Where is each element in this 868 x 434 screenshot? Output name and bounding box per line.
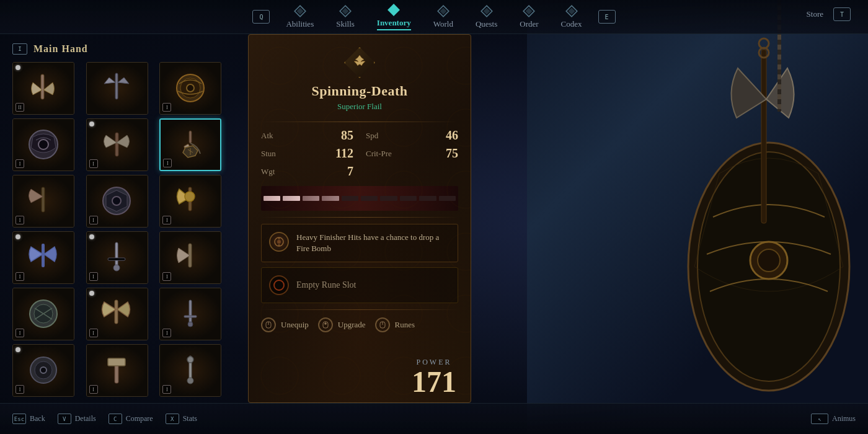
svg-rect-22 — [115, 73, 118, 99]
wgt-value: 7 — [347, 164, 353, 179]
stats-grid: Atk 85 Spd 46 Stun 112 Crit-Pre 75 Wgt — [261, 128, 458, 179]
animus-button[interactable]: ↖ Animus — [811, 414, 856, 424]
store-key: T — [833, 7, 851, 21]
inv-slot-8[interactable]: I — [86, 175, 148, 228]
runes-icon — [375, 317, 390, 332]
inv-slot-6[interactable]: I — [159, 118, 221, 171]
stun-value: 112 — [335, 146, 353, 161]
crit-label: Crit-Pre — [366, 149, 392, 159]
svg-rect-53 — [108, 358, 125, 366]
ability-icon — [269, 232, 289, 252]
inv-slot-1[interactable]: II — [12, 62, 74, 115]
power-value: 171 — [412, 367, 456, 397]
q-seg-8 — [400, 196, 417, 201]
nav-item-skills[interactable]: Skills — [325, 1, 366, 32]
svg-rect-40 — [108, 258, 125, 260]
divider-1 — [261, 122, 458, 122]
inv-slot-11[interactable]: I — [86, 231, 148, 284]
inventory-label: Inventory — [377, 18, 411, 30]
order-label: Order — [520, 19, 538, 29]
nav-item-order[interactable]: Order — [508, 1, 549, 32]
unequip-label: Unequip — [281, 320, 309, 330]
q-seg-7 — [380, 196, 397, 201]
inv-slot-4[interactable]: I — [12, 118, 74, 171]
slot-tier-10: I — [16, 272, 24, 281]
stats-button[interactable]: X Stats — [166, 414, 197, 424]
rune-slot[interactable]: Empty Rune Slot — [261, 267, 458, 303]
inv-slot-16[interactable]: I — [12, 344, 74, 397]
inv-slot-2[interactable] — [86, 62, 148, 115]
inv-slot-14[interactable]: I — [86, 288, 148, 340]
svg-rect-28 — [115, 133, 118, 156]
svg-point-56 — [187, 378, 193, 384]
item-icon-axe-2 — [24, 184, 64, 218]
unequip-button[interactable]: Unequip — [261, 317, 309, 332]
details-button[interactable]: V Details — [58, 414, 96, 424]
nav-item-quests[interactable]: Quests — [464, 1, 508, 32]
item-icon-dagger — [170, 297, 211, 331]
nav-item-codex[interactable]: Codex — [550, 1, 593, 32]
slot-tier-11: I — [89, 272, 98, 281]
inv-slot-15[interactable]: I — [159, 288, 221, 340]
raven-icon — [350, 53, 369, 72]
item-icon-axe-1 — [97, 128, 137, 162]
upgrade-button[interactable]: Upgrade — [318, 317, 366, 332]
card-logo — [261, 47, 458, 78]
inv-slot-10[interactable]: I — [12, 231, 74, 284]
compare-button[interactable]: C Compare — [108, 414, 153, 424]
nav-item-inventory[interactable]: Inventory — [366, 0, 422, 33]
item-icon-blue-axe — [24, 241, 64, 275]
stat-crit: Crit-Pre 75 — [366, 146, 458, 161]
quests-icon — [480, 4, 494, 18]
item-icon-axe-3 — [170, 184, 211, 218]
nav-item-world[interactable]: World — [422, 1, 464, 32]
q-seg-2 — [283, 196, 299, 201]
codex-label: Codex — [561, 19, 582, 29]
q-seg-9 — [419, 196, 436, 201]
svg-point-41 — [113, 265, 120, 271]
nav-item-abilities[interactable]: Abilities — [275, 1, 325, 32]
wgt-label: Wgt — [261, 167, 275, 177]
svg-rect-4 — [761, 50, 766, 223]
inv-slot-7[interactable]: I — [12, 175, 74, 228]
store-button[interactable]: Store — [807, 9, 823, 19]
q-seg-3 — [303, 196, 319, 201]
slot-tier-9: I — [162, 216, 171, 224]
spd-value: 46 — [446, 128, 458, 143]
back-button[interactable]: Esc Back — [12, 414, 45, 424]
animus-key: ↖ — [811, 414, 828, 424]
upgrade-icon — [318, 317, 333, 332]
slot-tier-17: I — [89, 385, 98, 394]
inv-slot-9[interactable]: I — [159, 175, 221, 228]
svg-point-51 — [40, 367, 46, 373]
divider-3 — [261, 309, 458, 310]
inv-slot-3[interactable]: I — [159, 62, 221, 115]
nav-key-q: Q — [252, 10, 270, 24]
slot-tier-3: I — [162, 103, 171, 112]
runes-button[interactable]: Runes — [375, 317, 415, 332]
action-buttons: Unequip Upgrade — [261, 317, 458, 332]
svg-rect-38 — [42, 244, 45, 267]
skills-icon — [339, 4, 352, 18]
inventory-icon — [387, 3, 401, 17]
quality-bar-wrap — [261, 186, 458, 211]
back-key: Esc — [12, 414, 26, 424]
inv-slot-12[interactable]: I — [159, 231, 221, 284]
inv-slot-13[interactable]: I — [12, 288, 74, 340]
inv-slot-18[interactable]: I — [159, 344, 221, 397]
svg-point-35 — [112, 197, 121, 205]
section-header: I Main Hand — [12, 43, 229, 55]
codex-icon — [565, 4, 578, 18]
compare-key: C — [108, 414, 122, 424]
slot-tier-7: I — [16, 216, 24, 224]
stat-spd: Spd 46 — [366, 128, 458, 143]
section-key: I — [12, 43, 27, 55]
svg-point-58 — [277, 240, 281, 244]
rune-icon — [269, 275, 289, 295]
bottom-bar: Esc Back V Details C Compare X Stats ↖ A… — [0, 403, 868, 434]
animus-label: Animus — [832, 414, 856, 423]
world-label: World — [433, 19, 453, 29]
inv-slot-17[interactable]: I — [86, 344, 148, 397]
inv-slot-5[interactable]: I — [86, 118, 148, 171]
item-icon-shield-1 — [170, 71, 211, 105]
